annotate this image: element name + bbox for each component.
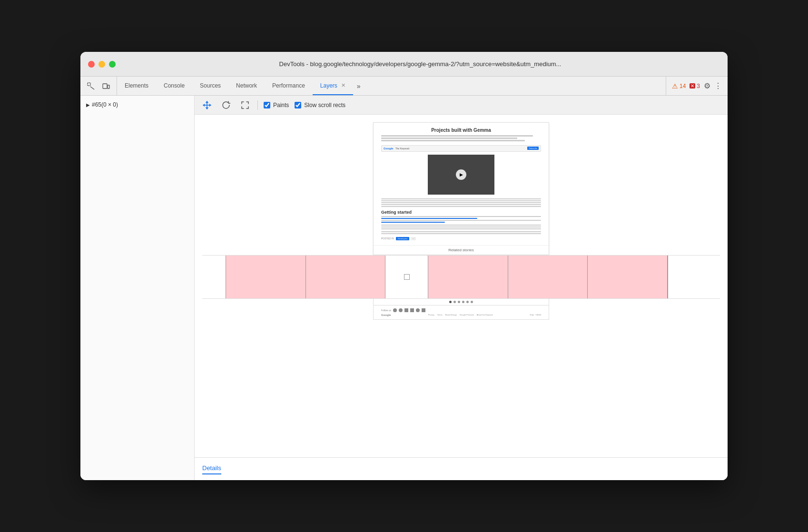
mini-keyword: The Keyword [395, 147, 409, 150]
tab-layers[interactable]: Layers ✕ [313, 77, 353, 95]
footer-link-products: Google Products [460, 314, 474, 316]
body-text-1 [381, 198, 541, 207]
card-white-left [202, 256, 226, 298]
dot-3 [458, 301, 460, 303]
footer-links-row: Follow us [381, 308, 541, 312]
minimize-button[interactable] [99, 61, 105, 68]
details-panel: Details [195, 457, 728, 480]
slow-scroll-label: Slow scroll rects [304, 102, 345, 108]
card-pink-5 [588, 256, 668, 298]
social-icon-1 [393, 308, 397, 312]
tag-developers: Developers [396, 237, 409, 240]
body-text-4 [381, 231, 541, 234]
layers-sidebar: ▶ #65(0 × 0) [80, 96, 195, 480]
preview-wrapper: Projects built with Gemma Google [195, 115, 728, 327]
play-button: ▶ [456, 169, 466, 180]
tag-extra: ··· [411, 237, 415, 240]
more-tabs-icon[interactable]: » [353, 77, 365, 95]
layer-item[interactable]: ▶ #65(0 × 0) [82, 99, 192, 110]
dot-5 [466, 301, 469, 303]
card-white-center [385, 256, 428, 298]
footer-section: Follow us Google [373, 305, 549, 320]
small-square-icon [404, 274, 410, 280]
layer-label: #65(0 × 0) [92, 101, 118, 108]
card-pink-1 [226, 256, 306, 298]
warning-badge: ⚠ 14 [672, 82, 686, 90]
devtools-container: Elements Console Sources Network Perform… [80, 77, 728, 480]
social-icon-5 [416, 308, 420, 312]
error-badge: ✕ 3 [690, 83, 700, 89]
video-embed: ▶ [428, 155, 494, 195]
slow-scroll-checkbox-label[interactable]: Slow scroll rects [295, 102, 345, 108]
svg-rect-2 [103, 84, 107, 89]
getting-started-heading: Getting started [381, 210, 541, 215]
footer-link-terms: Terms [437, 314, 443, 316]
footer-link-design: Brand Design [445, 314, 457, 316]
device-toggle-icon[interactable] [99, 79, 113, 93]
social-icon-2 [399, 308, 403, 312]
card-pink-3 [428, 256, 508, 298]
rotate-tool-icon[interactable] [219, 99, 233, 112]
layers-toolbar: Paints Slow scroll rects [195, 96, 728, 115]
error-count: 3 [697, 83, 700, 89]
slow-scroll-checkbox[interactable] [295, 102, 301, 108]
card-pink-4 [508, 256, 588, 298]
tab-close-icon[interactable]: ✕ [341, 82, 345, 89]
dot-1 [449, 301, 452, 303]
devtools-toolbar: Elements Console Sources Network Perform… [80, 77, 728, 96]
dots-row [373, 299, 549, 305]
card-pink-2 [306, 256, 386, 298]
svg-line-1 [90, 87, 94, 89]
tabs-row: Elements Console Sources Network Perform… [117, 77, 666, 95]
warning-count: 14 [680, 83, 686, 89]
tab-sources[interactable]: Sources [192, 77, 228, 95]
dot-2 [453, 301, 456, 303]
dot-6 [471, 301, 473, 303]
posted-label: POSTED IN [381, 237, 394, 240]
footer-google: Google [381, 314, 391, 316]
tab-console[interactable]: Console [156, 77, 192, 95]
close-button[interactable] [88, 61, 95, 68]
separator [257, 100, 258, 110]
svg-rect-0 [88, 83, 90, 86]
social-icon-4 [410, 308, 414, 312]
footer-nav-links: Privacy Terms Brand Design Google Produc… [428, 314, 493, 316]
tab-elements[interactable]: Elements [117, 77, 156, 95]
mini-subscribe-btn: Subscribe [527, 147, 539, 150]
tab-performance[interactable]: Performance [265, 77, 313, 95]
settings-icon[interactable]: ⚙ [704, 81, 710, 90]
svg-rect-3 [108, 85, 109, 89]
tab-network[interactable]: Network [228, 77, 265, 95]
more-options-icon[interactable]: ⋮ [714, 81, 722, 90]
window-title: DevTools - blog.google/technology/develo… [120, 60, 720, 68]
traffic-lights [88, 61, 116, 68]
page-section-title: Projects built with Gemma [381, 128, 541, 133]
details-tab[interactable]: Details [202, 464, 221, 474]
toolbar-icons [80, 77, 117, 95]
layers-content[interactable]: Projects built with Gemma Google [195, 115, 728, 457]
posted-by: POSTED IN Developers ··· [381, 237, 541, 240]
maximize-button[interactable] [109, 61, 116, 68]
social-icon-6 [422, 308, 425, 312]
expand-arrow: ▶ [86, 102, 90, 108]
paints-label: Paints [273, 102, 289, 108]
titlebar: DevTools - blog.google/technology/develo… [80, 52, 728, 77]
main-panel: Paints Slow scroll rects Projects [195, 96, 728, 480]
warning-icon: ⚠ [672, 82, 678, 90]
follow-text: Follow us [381, 309, 391, 312]
footer-link-about: About the Keyword [477, 314, 493, 316]
mini-browser-bar: Google The Keyword Subscribe [381, 145, 541, 152]
fit-icon[interactable] [238, 99, 252, 112]
pan-tool-icon[interactable] [200, 99, 214, 112]
footer-link-privacy: Privacy [428, 314, 434, 316]
paints-checkbox[interactable] [264, 102, 270, 108]
related-stories-label: Related stories [374, 245, 549, 255]
body-text-3 [381, 225, 541, 229]
inspector-icon[interactable] [84, 79, 98, 93]
social-icon-3 [404, 308, 408, 312]
mini-logo: Google [384, 147, 394, 150]
error-icon: ✕ [690, 83, 695, 89]
card-white-right [668, 256, 720, 298]
paints-checkbox-label[interactable]: Paints [264, 102, 289, 108]
body-text-2 [381, 216, 541, 223]
